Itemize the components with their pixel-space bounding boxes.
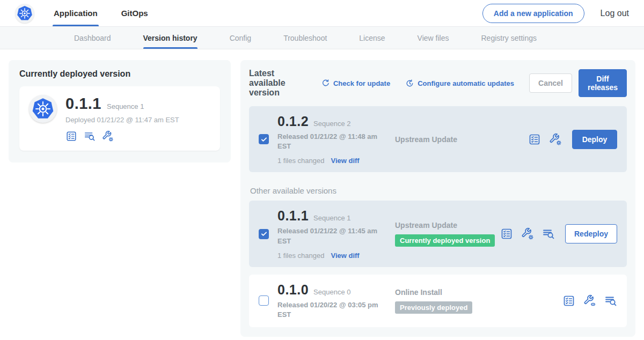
- version-actions: Deploy: [528, 130, 617, 149]
- subnav-tab-version-history[interactable]: Version history: [143, 27, 197, 49]
- latest-version-title: Latest available version: [249, 69, 312, 98]
- version-checkbox[interactable]: [259, 229, 269, 239]
- top-nav: Application GitOps: [53, 0, 149, 26]
- version-source: Online Install Previously deployed: [387, 288, 562, 314]
- auto-update-icon: [405, 79, 414, 88]
- version-row-0-1-1: 0.1.1 Sequence 1 Released 01/21/22 @ 11:…: [249, 201, 627, 267]
- version-actions: Redeploy: [500, 224, 617, 243]
- version-info: 0.1.0 Sequence 0 Released 01/20/22 @ 03:…: [277, 282, 387, 320]
- check-icon: [260, 136, 268, 143]
- version-history-panel: Latest available version Check for updat…: [240, 60, 635, 337]
- version-checkbox[interactable]: [259, 134, 269, 144]
- wrench-gear-icon[interactable]: [549, 133, 562, 146]
- files-changed: 1 files changed: [277, 157, 324, 165]
- released-timestamp: Released 01/21/22 @ 11:45 am EST: [277, 226, 380, 246]
- version-checkbox[interactable]: [259, 295, 269, 306]
- check-for-update-link[interactable]: Check for update: [321, 79, 390, 88]
- header-right: Add a new application Log out: [482, 0, 629, 26]
- wrench-eye-icon[interactable]: [583, 294, 596, 307]
- subnav-tab-license[interactable]: License: [359, 27, 385, 49]
- logs-icon[interactable]: [604, 294, 617, 307]
- released-timestamp: Released 01/21/22 @ 11:48 am EST: [277, 132, 380, 151]
- checklist-icon[interactable]: [528, 133, 541, 146]
- version-sequence: Sequence 0: [313, 288, 350, 296]
- version-sequence: Sequence 2: [313, 120, 350, 128]
- check-icon: [260, 230, 268, 238]
- version-row-0-1-0: 0.1.0 Sequence 0 Released 01/20/22 @ 03:…: [249, 275, 627, 327]
- currently-deployed-title: Currently deployed version: [19, 69, 220, 79]
- logout-button[interactable]: Log out: [601, 9, 629, 18]
- version-number: 0.1.0: [277, 282, 309, 298]
- version-sequence: Sequence 1: [313, 214, 350, 222]
- nav-tab-application[interactable]: Application: [53, 0, 99, 26]
- subnav-tab-troubleshoot[interactable]: Troubleshoot: [283, 27, 327, 49]
- view-diff-link[interactable]: View diff: [331, 252, 359, 260]
- check-for-update-label: Check for update: [333, 79, 390, 87]
- app-subnav: Dashboard Version history Config Trouble…: [0, 27, 644, 49]
- source-label: Upstream Update: [395, 221, 457, 230]
- released-timestamp: Released 01/20/22 @ 03:05 pm EST: [277, 300, 380, 320]
- kubernetes-icon: [17, 5, 33, 21]
- source-label: Online Install: [395, 288, 442, 297]
- kubernetes-logo: [15, 4, 34, 23]
- subnav-tab-config[interactable]: Config: [230, 27, 251, 49]
- subnav-tab-registry-settings[interactable]: Registry settings: [481, 27, 536, 49]
- version-number: 0.1.1: [277, 208, 309, 224]
- refresh-icon: [321, 79, 330, 88]
- redeploy-button[interactable]: Redeploy: [565, 224, 617, 243]
- checklist-icon[interactable]: [500, 227, 513, 240]
- logs-icon[interactable]: [84, 130, 96, 142]
- deployed-version-number: 0.1.1: [65, 95, 101, 113]
- latest-version-header: Latest available version Check for updat…: [249, 69, 627, 98]
- app-header: Application GitOps Add a new application…: [0, 0, 644, 27]
- version-info: 0.1.1 Sequence 1 Released 01/21/22 @ 11:…: [277, 208, 387, 259]
- cancel-button[interactable]: Cancel: [529, 73, 572, 93]
- other-versions-label: Other available versions: [250, 186, 626, 195]
- currently-deployed-card: Currently deployed version 0.1.1 Sequenc…: [9, 60, 231, 162]
- previously-deployed-badge: Previously deployed: [395, 301, 472, 314]
- kubernetes-icon: [32, 98, 54, 120]
- deployed-version-sequence: Sequence 1: [107, 102, 144, 110]
- page: Application GitOps Add a new application…: [0, 0, 644, 340]
- version-number: 0.1.2: [277, 114, 309, 129]
- logs-icon[interactable]: [542, 227, 555, 240]
- add-application-button[interactable]: Add a new application: [482, 4, 584, 23]
- version-source: Upstream Update: [387, 135, 528, 144]
- version-info: 0.1.2 Sequence 2 Released 01/21/22 @ 11:…: [277, 114, 387, 165]
- version-source: Upstream Update Currently deployed versi…: [387, 221, 500, 247]
- nav-tab-gitops[interactable]: GitOps: [120, 0, 149, 26]
- deployed-version-card: 0.1.1 Sequence 1 Deployed 01/21/22 @ 11:…: [19, 86, 220, 151]
- checklist-icon[interactable]: [65, 130, 77, 142]
- version-row-0-1-2: 0.1.2 Sequence 2 Released 01/21/22 @ 11:…: [249, 106, 627, 172]
- subnav-tab-view-files[interactable]: View files: [418, 27, 449, 49]
- deployed-version-details: 0.1.1 Sequence 1 Deployed 01/21/22 @ 11:…: [65, 95, 179, 142]
- currently-deployed-badge: Currently deployed version: [395, 234, 495, 247]
- configure-automatic-updates-label: Configure automatic updates: [418, 79, 514, 87]
- version-actions: [562, 294, 617, 307]
- checklist-icon[interactable]: [562, 294, 575, 307]
- wrench-gear-icon[interactable]: [102, 130, 114, 142]
- deployed-timestamp: Deployed 01/21/22 @ 11:47 am EST: [65, 116, 179, 124]
- subnav-tab-dashboard[interactable]: Dashboard: [74, 27, 111, 49]
- deploy-button[interactable]: Deploy: [572, 130, 617, 149]
- configure-automatic-updates-link[interactable]: Configure automatic updates: [405, 79, 514, 88]
- app-logo: [29, 95, 57, 123]
- files-changed: 1 files changed: [277, 252, 324, 260]
- diff-releases-button[interactable]: Diff releases: [579, 69, 627, 97]
- main-content: Currently deployed version 0.1.1 Sequenc…: [0, 49, 644, 337]
- view-diff-link[interactable]: View diff: [331, 157, 359, 165]
- wrench-gear-icon[interactable]: [521, 227, 534, 240]
- source-label: Upstream Update: [395, 135, 457, 144]
